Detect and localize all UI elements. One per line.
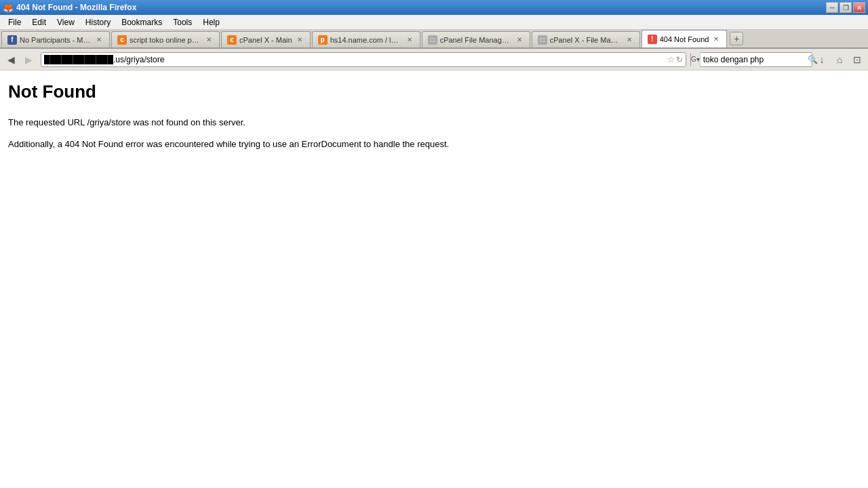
window-controls: ─ ❐ ✕: [826, 2, 865, 13]
tabbar: f No Participants - Messages ✕ c script …: [0, 30, 868, 49]
bookmark-star-icon[interactable]: ☆: [667, 55, 675, 64]
minimize-button[interactable]: ─: [826, 2, 838, 13]
tab-label-7: 404 Not Found: [660, 35, 709, 43]
menubar: File Edit View History Bookmarks Tools H…: [0, 15, 868, 30]
tab-no-participants[interactable]: f No Participants - Messages ✕: [1, 31, 110, 47]
tab-label-2: script toko online php silahka...: [130, 36, 201, 44]
firefox-icon: 🦊: [3, 3, 12, 12]
tab-close-1[interactable]: ✕: [94, 35, 104, 45]
address-bar-container: ☆ ↻: [41, 52, 686, 67]
menu-edit[interactable]: Edit: [26, 16, 52, 28]
tab-close-3[interactable]: ✕: [295, 35, 304, 45]
tab-label-6: cPanel X - File Manager: [550, 36, 622, 44]
address-bar[interactable]: [44, 55, 667, 64]
menu-help[interactable]: Help: [197, 16, 225, 28]
titlebar-left: 🦊 404 Not Found - Mozilla Firefox: [3, 3, 136, 12]
tab-close-5[interactable]: ✕: [515, 35, 524, 45]
restore-button[interactable]: ❐: [840, 2, 852, 13]
error-desc-2: Additionally, a 404 Not Found error was …: [8, 138, 860, 151]
tab-favicon-3: c: [227, 35, 237, 45]
tab-cpanel-file-v3[interactable]: □ cPanel File Manager v3 ✕: [422, 31, 530, 47]
menu-tools[interactable]: Tools: [167, 16, 197, 28]
nav-extra-buttons: ↓ ⌂ ⊡: [814, 52, 865, 68]
navbar: ◀ ▶ ☆ ↻ G▾ 🔍 ↓ ⌂ ⊡: [0, 49, 868, 70]
close-button[interactable]: ✕: [853, 2, 865, 13]
window-title: 404 Not Found - Mozilla Firefox: [16, 3, 136, 12]
search-bar-container: G▾ 🔍: [690, 52, 812, 67]
tab-script-toko[interactable]: c script toko online php silahka... ✕: [111, 31, 220, 47]
tab-label-5: cPanel File Manager v3: [440, 36, 512, 44]
download-button[interactable]: ↓: [814, 52, 830, 68]
tab-cpanel-x-file[interactable]: □ cPanel X - File Manager ✕: [532, 31, 640, 47]
tab-favicon-4: p: [318, 35, 328, 45]
new-tab-button[interactable]: +: [730, 32, 743, 45]
tab-label-3: cPanel X - Main: [239, 36, 292, 44]
menu-history[interactable]: History: [80, 16, 116, 28]
tab-favicon-1: f: [7, 35, 17, 45]
menu-view[interactable]: View: [52, 16, 80, 28]
tab-favicon-6: □: [538, 35, 547, 45]
search-engine-button[interactable]: G▾: [691, 52, 701, 67]
tab-favicon-5: □: [428, 35, 437, 45]
tab-close-2[interactable]: ✕: [204, 35, 214, 45]
fullscreen-button[interactable]: ⊡: [849, 52, 865, 68]
tab-404[interactable]: ! 404 Not Found ✕: [642, 30, 728, 47]
menu-bookmarks[interactable]: Bookmarks: [116, 16, 167, 28]
address-icons: ☆ ↻: [667, 55, 683, 64]
page-content: Not Found The requested URL /griya/store…: [0, 70, 868, 488]
error-title: Not Found: [8, 81, 860, 102]
home-button[interactable]: ⌂: [831, 52, 848, 68]
reload-button[interactable]: ↻: [676, 55, 683, 64]
tab-favicon-7: !: [648, 35, 657, 44]
window-titlebar: 🦊 404 Not Found - Mozilla Firefox ─ ❐ ✕: [0, 0, 868, 15]
tab-label-1: No Participants - Messages: [20, 36, 92, 44]
tab-cpanel-main[interactable]: c cPanel X - Main ✕: [221, 31, 311, 47]
tab-hs14[interactable]: p hs14.name.com / localhost / ... ✕: [312, 31, 420, 47]
forward-button[interactable]: ▶: [20, 52, 37, 68]
menu-file[interactable]: File: [3, 16, 26, 28]
tab-label-4: hs14.name.com / localhost / ...: [330, 36, 402, 44]
tab-close-7[interactable]: ✕: [711, 35, 721, 44]
search-input[interactable]: [701, 55, 808, 64]
tab-favicon-2: c: [117, 35, 127, 45]
tab-close-6[interactable]: ✕: [625, 35, 634, 45]
tab-close-4[interactable]: ✕: [405, 35, 414, 45]
back-button[interactable]: ◀: [3, 52, 19, 68]
error-desc-1: The requested URL /griya/store was not f…: [8, 116, 860, 129]
